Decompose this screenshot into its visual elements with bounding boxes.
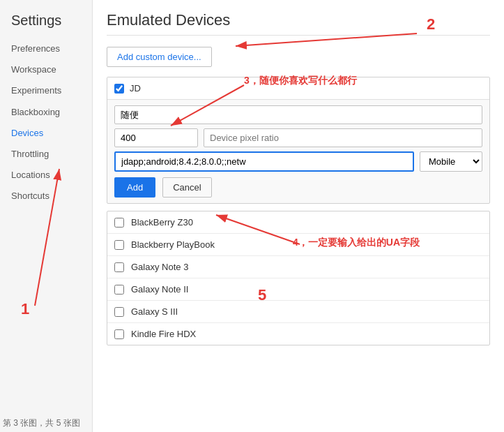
sidebar-item-shortcuts[interactable]: Shortcuts [0, 186, 92, 207]
device-list: BlackBerry Z30 Blackberry PlayBook Galax… [107, 211, 490, 345]
device-item-label: Galaxy Note II [131, 284, 188, 295]
list-item[interactable]: Galaxy Note 3 [107, 256, 489, 278]
list-item[interactable]: Kindle Fire HDX [107, 323, 489, 345]
device-item-label: BlackBerry Z30 [131, 217, 193, 228]
device-form-name-label: JD [130, 83, 141, 94]
device-form: JD Mobile Desktop Tablet [107, 77, 490, 204]
sidebar-item-devices[interactable]: Devices [0, 123, 92, 144]
device-item-checkbox-kindle-hdx[interactable] [114, 329, 124, 339]
device-name-input[interactable] [114, 105, 482, 124]
footer-label: 第 3 张图，共 5 张图 [3, 417, 80, 429]
device-item-checkbox-blackberry-z30[interactable] [114, 218, 124, 228]
main-content: Emulated Devices Add custom device... JD [93, 0, 504, 432]
device-type-select[interactable]: Mobile Desktop Tablet [420, 151, 482, 172]
add-device-submit-button[interactable]: Add [114, 177, 155, 198]
sidebar-item-locations[interactable]: Locations [0, 165, 92, 186]
sidebar-item-experiments[interactable]: Experiments [0, 80, 92, 101]
form-row-ua-type: Mobile Desktop Tablet [114, 151, 482, 172]
device-ua-input[interactable] [114, 151, 414, 172]
cancel-button[interactable]: Cancel [162, 177, 211, 198]
form-actions: Add Cancel [114, 177, 482, 198]
device-item-checkbox-galaxy-note2[interactable] [114, 285, 124, 295]
sidebar: Settings Preferences Workspace Experimen… [0, 0, 93, 432]
list-item[interactable]: Galaxy S III [107, 301, 489, 323]
add-custom-device-button[interactable]: Add custom device... [107, 47, 212, 67]
list-item[interactable]: BlackBerry Z30 [107, 211, 489, 234]
sidebar-item-workspace[interactable]: Workspace [0, 59, 92, 80]
device-width-input[interactable] [114, 128, 198, 147]
list-item[interactable]: Blackberry PlayBook [107, 234, 489, 256]
list-item[interactable]: Galaxy Note II [107, 278, 489, 301]
app-container: Settings Preferences Workspace Experimen… [0, 0, 504, 432]
device-item-checkbox-galaxy-s3[interactable] [114, 307, 124, 317]
device-item-label: Kindle Fire HDX [131, 329, 196, 339]
device-item-label: Galaxy S III [131, 306, 178, 317]
device-form-header: JD [107, 77, 489, 100]
form-row-name [114, 105, 482, 124]
device-item-label: Galaxy Note 3 [131, 262, 188, 272]
page-title: Emulated Devices [107, 11, 490, 36]
form-row-width-pixel [114, 128, 482, 147]
device-item-checkbox-galaxy-note3[interactable] [114, 262, 124, 272]
device-pixel-ratio-input[interactable] [204, 128, 482, 147]
device-form-body: Mobile Desktop Tablet Add Cancel [107, 100, 489, 203]
device-item-checkbox-blackberry-playbook[interactable] [114, 240, 124, 250]
device-enabled-checkbox[interactable] [114, 84, 124, 94]
sidebar-item-preferences[interactable]: Preferences [0, 38, 92, 59]
sidebar-title: Settings [0, 7, 92, 38]
sidebar-item-throttling[interactable]: Throttling [0, 144, 92, 165]
device-item-label: Blackberry PlayBook [131, 239, 215, 250]
sidebar-item-blackboxing[interactable]: Blackboxing [0, 102, 92, 123]
